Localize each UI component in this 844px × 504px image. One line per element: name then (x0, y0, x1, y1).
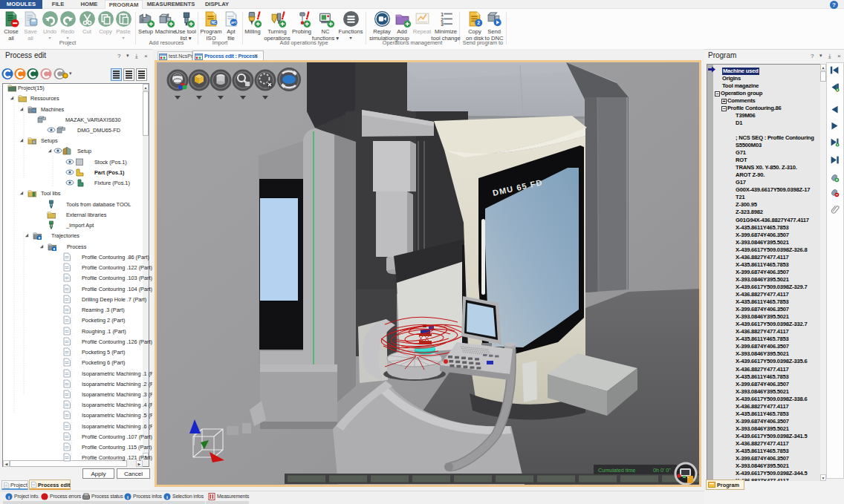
svg-text:3: 3 (441, 22, 444, 27)
svg-text:i: i (8, 494, 10, 500)
svg-text:Cumulated time: Cumulated time (598, 467, 635, 474)
svg-text:APT: APT (231, 22, 237, 24)
svg-text:i: i (166, 494, 168, 500)
svg-text:i: i (127, 494, 129, 500)
svg-text:NC: NC (211, 21, 216, 24)
svg-text:2: 2 (477, 20, 480, 25)
svg-text:0h 0' 0": 0h 0' 0" (653, 467, 671, 474)
